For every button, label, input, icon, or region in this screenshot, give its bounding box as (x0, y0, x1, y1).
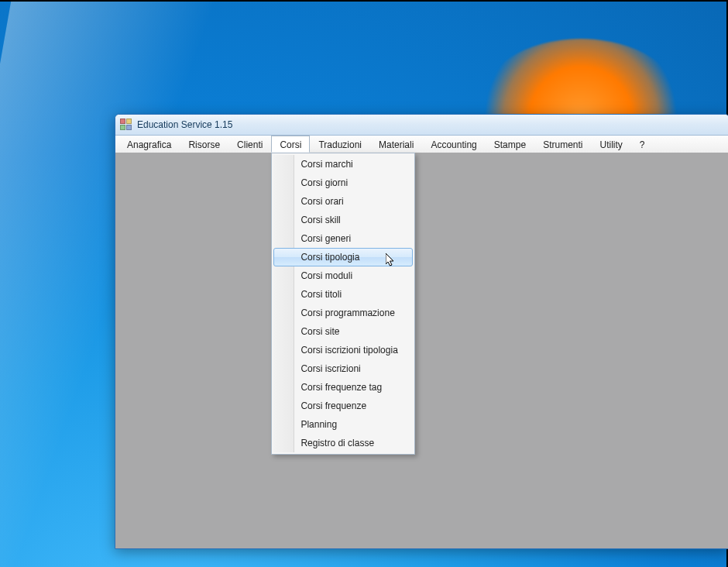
menu-item-risorse[interactable]: Risorse (180, 136, 228, 153)
client-area (115, 153, 728, 548)
desktop-background: Education Service 1.15 AnagraficaRisorse… (0, 0, 728, 567)
menu-item-traduzioni[interactable]: Traduzioni (310, 136, 370, 153)
dropdown-item-corsi-frequenze[interactable]: Corsi frequenze (273, 397, 412, 415)
dropdown-item-registro-di-classe[interactable]: Registro di classe (273, 434, 412, 452)
menubar: AnagraficaRisorseClientiCorsiTraduzioniM… (115, 136, 728, 153)
menu-item-anagrafica[interactable]: Anagrafica (118, 136, 180, 153)
window-title: Education Service 1.15 (137, 119, 232, 130)
dropdown-item-corsi-frequenze-tag[interactable]: Corsi frequenze tag (273, 378, 412, 397)
dropdown-item-planning[interactable]: Planning (273, 415, 412, 434)
app-window: Education Service 1.15 AnagraficaRisorse… (115, 114, 728, 549)
outer-frame-top (0, 0, 728, 2)
dropdown-item-corsi-orari[interactable]: Corsi orari (273, 192, 412, 211)
dropdown-item-corsi-skill[interactable]: Corsi skill (273, 211, 412, 229)
dropdown-item-corsi-titoli[interactable]: Corsi titoli (273, 285, 412, 304)
dropdown-item-corsi-programmazione[interactable]: Corsi programmazione (273, 304, 412, 322)
menu-item-materiali[interactable]: Materiali (370, 136, 422, 153)
menu-item-strumenti[interactable]: Strumenti (534, 136, 591, 153)
menu-item-accounting[interactable]: Accounting (422, 136, 485, 153)
dropdown-item-corsi-iscrizioni-tipologia[interactable]: Corsi iscrizioni tipologia (273, 341, 412, 359)
menu-item-utility[interactable]: Utility (591, 136, 630, 153)
dropdown-item-corsi-tipologia[interactable]: Corsi tipologia (273, 248, 412, 266)
titlebar[interactable]: Education Service 1.15 (115, 115, 728, 136)
app-icon (120, 119, 132, 131)
menu-item--[interactable]: ? (631, 136, 654, 153)
dropdown-item-corsi-site[interactable]: Corsi site (273, 322, 412, 341)
menu-item-clienti[interactable]: Clienti (228, 136, 271, 153)
dropdown-item-corsi-generi[interactable]: Corsi generi (273, 229, 412, 248)
dropdown-item-corsi-giorni[interactable]: Corsi giorni (273, 174, 412, 192)
dropdown-item-corsi-iscrizioni[interactable]: Corsi iscrizioni (273, 359, 412, 378)
dropdown-item-corsi-moduli[interactable]: Corsi moduli (273, 266, 412, 285)
menu-dropdown-corsi: Corsi marchiCorsi giorniCorsi orariCorsi… (271, 153, 414, 455)
menu-item-corsi[interactable]: Corsi (271, 136, 310, 153)
dropdown-item-corsi-marchi[interactable]: Corsi marchi (273, 155, 412, 174)
menu-item-stampe[interactable]: Stampe (486, 136, 534, 153)
